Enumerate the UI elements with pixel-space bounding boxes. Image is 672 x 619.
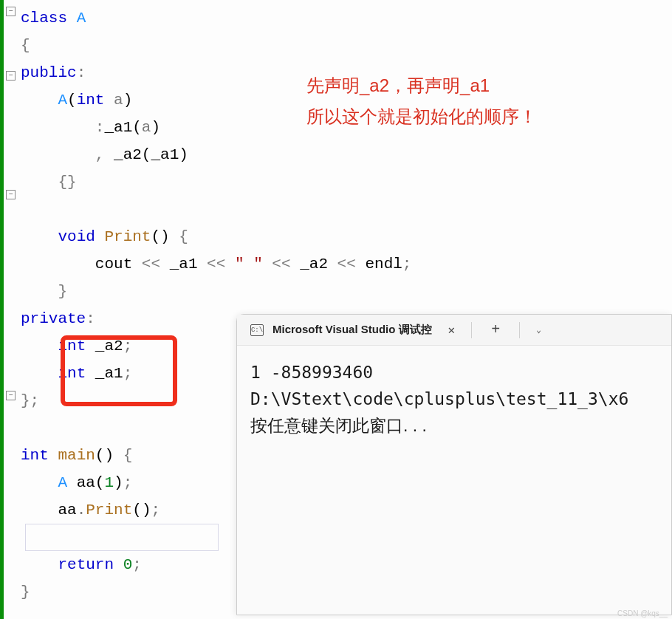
paren-open: (	[132, 119, 142, 136]
close-tab-icon[interactable]: ✕	[441, 323, 463, 338]
class-name: A	[77, 10, 86, 27]
num-literal: 1	[104, 474, 114, 491]
annotation-line1: 先声明_a2，再声明_a1	[306, 70, 537, 101]
paren-open: (	[95, 474, 105, 491]
output-line: 1 -858993460	[250, 359, 658, 386]
cursor-line-highlight	[25, 524, 219, 551]
paren-close: )	[104, 447, 114, 464]
empty-body: {}	[58, 174, 76, 191]
brace-close: }	[21, 392, 30, 409]
divider	[471, 322, 472, 338]
paren-close: )	[151, 119, 160, 136]
constructor-name: A	[58, 92, 67, 109]
output-line: D:\VStext\code\cplusplus\test_11_3\x6	[250, 386, 658, 412]
stream-op: <<	[207, 256, 225, 273]
var-aa: aa	[77, 474, 95, 491]
function-name: Print	[104, 228, 151, 245]
var-a1: _a1	[170, 256, 198, 273]
call-print: Print	[86, 502, 132, 519]
fold-toggle[interactable]: −	[6, 190, 16, 199]
init-arg: a	[142, 119, 151, 136]
member-init: _a2	[114, 146, 142, 163]
init-colon: :	[95, 119, 105, 136]
keyword-class: class	[21, 10, 67, 27]
keyword-return: return	[58, 556, 114, 573]
stream-op: <<	[142, 256, 160, 273]
dot: .	[77, 502, 86, 519]
paren-close: )	[179, 146, 188, 163]
string-literal: " "	[235, 256, 263, 273]
dropdown-icon[interactable]: ⌄	[529, 325, 549, 335]
paren-open: (	[132, 502, 142, 519]
paren-open: (	[142, 146, 151, 163]
terminal-icon: C:\	[250, 324, 264, 336]
paren-close: )	[114, 474, 123, 491]
colon: :	[86, 310, 95, 327]
keyword-int: int	[21, 447, 49, 464]
stream-op: <<	[337, 256, 356, 273]
new-tab-icon[interactable]: +	[481, 321, 510, 338]
paren-open: (	[151, 228, 160, 245]
paren-close: )	[142, 502, 151, 519]
keyword-private: private	[21, 310, 86, 327]
var-a2: _a2	[300, 256, 328, 273]
semicolon: ;	[132, 556, 142, 573]
keyword-void: void	[58, 228, 95, 245]
endl: endl	[365, 256, 402, 273]
console-output[interactable]: 1 -858993460 D:\VStext\code\cplusplus\te…	[237, 346, 671, 452]
main-function: main	[58, 447, 95, 464]
paren-open: (	[95, 447, 105, 464]
num-literal: 0	[123, 556, 133, 573]
param: a	[114, 92, 123, 109]
fold-gutter: − − − −	[0, 0, 21, 619]
console-title: Microsoft Visual Studio 调试控	[272, 323, 432, 337]
fold-toggle[interactable]: −	[6, 71, 16, 81]
init-arg: _a1	[151, 146, 179, 163]
console-titlebar[interactable]: C:\ Microsoft Visual Studio 调试控 ✕ + ⌄	[237, 315, 671, 346]
brace-open: {	[179, 228, 188, 245]
annotation-text: 先声明_a2，再声明_a1 所以这个就是初始化的顺序！	[306, 70, 537, 132]
output-line: 按任意键关闭此窗口. . .	[250, 412, 658, 439]
console-window: C:\ Microsoft Visual Studio 调试控 ✕ + ⌄ 1 …	[236, 314, 672, 615]
fold-toggle[interactable]: −	[6, 7, 16, 16]
keyword-int: int	[77, 92, 105, 109]
colon: :	[77, 64, 86, 81]
highlight-box	[61, 335, 177, 406]
brace-open: {	[123, 447, 133, 464]
divider	[519, 322, 520, 338]
semicolon: ;	[123, 474, 133, 491]
annotation-line2: 所以这个就是初始化的顺序！	[306, 101, 537, 132]
semicolon: ;	[402, 256, 412, 273]
paren-close: )	[160, 228, 170, 245]
fold-toggle[interactable]: −	[6, 391, 16, 400]
watermark: CSDN @kqs__	[617, 609, 668, 618]
keyword-public: public	[21, 64, 77, 81]
brace-close: }	[58, 283, 67, 300]
var-aa: aa	[58, 502, 76, 519]
semicolon: ;	[30, 392, 40, 409]
paren-close: )	[123, 92, 133, 109]
member-init: _a1	[104, 119, 132, 136]
paren-open: (	[67, 92, 77, 109]
cout: cout	[95, 256, 132, 273]
type-a: A	[58, 474, 67, 491]
semicolon: ;	[151, 502, 160, 519]
stream-op: <<	[272, 256, 290, 273]
comma: ,	[95, 146, 105, 163]
brace-close: }	[21, 584, 30, 601]
brace-open: {	[21, 37, 30, 54]
